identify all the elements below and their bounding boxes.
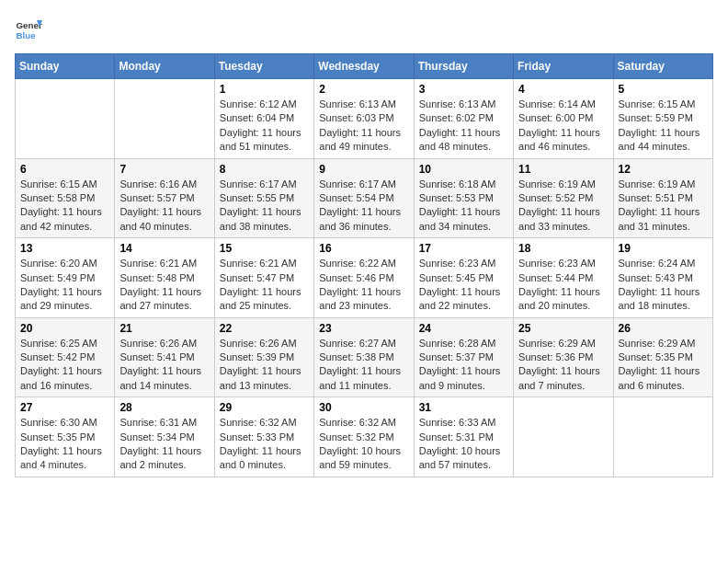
weekday-header: Saturday [613, 54, 712, 79]
calendar-cell: 18Sunrise: 6:23 AMSunset: 5:44 PMDayligh… [514, 238, 613, 318]
logo-icon: General Blue [15, 15, 42, 42]
day-number: 3 [419, 83, 508, 96]
day-info: Sunrise: 6:18 AMSunset: 5:53 PMDaylight:… [419, 178, 508, 235]
day-number: 2 [319, 83, 408, 96]
day-number: 29 [220, 401, 309, 414]
calendar-week-row: 1Sunrise: 6:12 AMSunset: 6:04 PMDaylight… [16, 79, 713, 159]
calendar-cell: 26Sunrise: 6:29 AMSunset: 5:35 PMDayligh… [613, 317, 712, 397]
calendar-cell: 16Sunrise: 6:22 AMSunset: 5:46 PMDayligh… [314, 238, 414, 318]
day-number: 12 [619, 163, 708, 176]
day-number: 21 [119, 322, 209, 335]
day-info: Sunrise: 6:15 AMSunset: 5:59 PMDaylight:… [619, 98, 708, 155]
day-info: Sunrise: 6:33 AMSunset: 5:31 PMDaylight:… [419, 416, 508, 473]
calendar-cell: 22Sunrise: 6:26 AMSunset: 5:39 PMDayligh… [214, 317, 313, 397]
calendar-cell: 3Sunrise: 6:13 AMSunset: 6:02 PMDaylight… [414, 79, 513, 159]
day-number: 19 [619, 242, 708, 255]
calendar-table: SundayMondayTuesdayWednesdayThursdayFrid… [15, 53, 713, 477]
calendar-cell: 4Sunrise: 6:14 AMSunset: 6:00 PMDaylight… [514, 79, 613, 159]
day-info: Sunrise: 6:17 AMSunset: 5:55 PMDaylight:… [220, 178, 309, 235]
day-number: 18 [518, 242, 608, 255]
calendar-cell: 17Sunrise: 6:23 AMSunset: 5:45 PMDayligh… [414, 238, 513, 318]
day-info: Sunrise: 6:32 AMSunset: 5:33 PMDaylight:… [220, 416, 309, 473]
day-number: 13 [20, 242, 109, 255]
calendar-cell: 15Sunrise: 6:21 AMSunset: 5:47 PMDayligh… [214, 238, 313, 318]
calendar-cell: 21Sunrise: 6:26 AMSunset: 5:41 PMDayligh… [115, 317, 214, 397]
calendar-cell: 20Sunrise: 6:25 AMSunset: 5:42 PMDayligh… [16, 317, 115, 397]
day-info: Sunrise: 6:32 AMSunset: 5:32 PMDaylight:… [319, 416, 408, 473]
day-info: Sunrise: 6:26 AMSunset: 5:39 PMDaylight:… [220, 337, 309, 394]
day-info: Sunrise: 6:28 AMSunset: 5:37 PMDaylight:… [419, 337, 508, 394]
day-number: 6 [20, 163, 109, 176]
calendar-week-row: 27Sunrise: 6:30 AMSunset: 5:35 PMDayligh… [16, 397, 713, 477]
day-number: 23 [319, 322, 408, 335]
day-info: Sunrise: 6:20 AMSunset: 5:49 PMDaylight:… [20, 257, 109, 314]
day-number: 25 [518, 322, 608, 335]
calendar-cell: 8Sunrise: 6:17 AMSunset: 5:55 PMDaylight… [214, 158, 313, 238]
day-info: Sunrise: 6:13 AMSunset: 6:03 PMDaylight:… [319, 98, 408, 155]
weekday-header: Monday [115, 54, 214, 79]
day-number: 9 [319, 163, 408, 176]
svg-text:Blue: Blue [17, 30, 37, 40]
day-number: 5 [619, 83, 708, 96]
day-number: 17 [419, 242, 508, 255]
calendar-cell: 12Sunrise: 6:19 AMSunset: 5:51 PMDayligh… [613, 158, 712, 238]
calendar-week-row: 13Sunrise: 6:20 AMSunset: 5:49 PMDayligh… [16, 238, 713, 318]
weekday-header: Friday [514, 54, 613, 79]
calendar-cell: 9Sunrise: 6:17 AMSunset: 5:54 PMDaylight… [314, 158, 414, 238]
day-info: Sunrise: 6:24 AMSunset: 5:43 PMDaylight:… [619, 257, 708, 314]
calendar-cell: 28Sunrise: 6:31 AMSunset: 5:34 PMDayligh… [115, 397, 214, 477]
calendar-cell: 24Sunrise: 6:28 AMSunset: 5:37 PMDayligh… [414, 317, 513, 397]
calendar-cell: 5Sunrise: 6:15 AMSunset: 5:59 PMDaylight… [613, 79, 712, 159]
day-info: Sunrise: 6:14 AMSunset: 6:00 PMDaylight:… [518, 98, 608, 155]
day-number: 27 [20, 401, 109, 414]
calendar-cell: 31Sunrise: 6:33 AMSunset: 5:31 PMDayligh… [414, 397, 513, 477]
day-info: Sunrise: 6:19 AMSunset: 5:51 PMDaylight:… [619, 178, 708, 235]
calendar-cell: 1Sunrise: 6:12 AMSunset: 6:04 PMDaylight… [214, 79, 313, 159]
calendar-cell: 25Sunrise: 6:29 AMSunset: 5:36 PMDayligh… [514, 317, 613, 397]
day-info: Sunrise: 6:21 AMSunset: 5:48 PMDaylight:… [119, 257, 209, 314]
day-info: Sunrise: 6:25 AMSunset: 5:42 PMDaylight:… [20, 337, 109, 394]
day-number: 15 [220, 242, 309, 255]
day-number: 8 [220, 163, 309, 176]
day-number: 28 [119, 401, 209, 414]
day-info: Sunrise: 6:16 AMSunset: 5:57 PMDaylight:… [119, 178, 209, 235]
calendar-week-row: 6Sunrise: 6:15 AMSunset: 5:58 PMDaylight… [16, 158, 713, 238]
calendar-cell: 23Sunrise: 6:27 AMSunset: 5:38 PMDayligh… [314, 317, 414, 397]
calendar-cell: 11Sunrise: 6:19 AMSunset: 5:52 PMDayligh… [514, 158, 613, 238]
calendar-cell [514, 397, 613, 477]
day-number: 26 [619, 322, 708, 335]
day-info: Sunrise: 6:22 AMSunset: 5:46 PMDaylight:… [319, 257, 408, 314]
day-number: 7 [119, 163, 209, 176]
calendar-header-row: SundayMondayTuesdayWednesdayThursdayFrid… [16, 54, 713, 79]
day-info: Sunrise: 6:23 AMSunset: 5:45 PMDaylight:… [419, 257, 508, 314]
day-number: 1 [220, 83, 309, 96]
weekday-header: Tuesday [214, 54, 313, 79]
day-info: Sunrise: 6:30 AMSunset: 5:35 PMDaylight:… [20, 416, 109, 473]
calendar-cell: 29Sunrise: 6:32 AMSunset: 5:33 PMDayligh… [214, 397, 313, 477]
calendar-cell: 13Sunrise: 6:20 AMSunset: 5:49 PMDayligh… [16, 238, 115, 318]
day-number: 4 [518, 83, 608, 96]
calendar-cell [16, 79, 115, 159]
day-info: Sunrise: 6:13 AMSunset: 6:02 PMDaylight:… [419, 98, 508, 155]
calendar-cell [613, 397, 712, 477]
day-info: Sunrise: 6:17 AMSunset: 5:54 PMDaylight:… [319, 178, 408, 235]
calendar-cell: 14Sunrise: 6:21 AMSunset: 5:48 PMDayligh… [115, 238, 214, 318]
calendar-cell: 7Sunrise: 6:16 AMSunset: 5:57 PMDaylight… [115, 158, 214, 238]
day-info: Sunrise: 6:27 AMSunset: 5:38 PMDaylight:… [319, 337, 408, 394]
day-info: Sunrise: 6:12 AMSunset: 6:04 PMDaylight:… [220, 98, 309, 155]
day-info: Sunrise: 6:15 AMSunset: 5:58 PMDaylight:… [20, 178, 109, 235]
weekday-header: Thursday [414, 54, 513, 79]
day-info: Sunrise: 6:23 AMSunset: 5:44 PMDaylight:… [518, 257, 608, 314]
day-number: 30 [319, 401, 408, 414]
day-info: Sunrise: 6:31 AMSunset: 5:34 PMDaylight:… [119, 416, 209, 473]
day-info: Sunrise: 6:26 AMSunset: 5:41 PMDaylight:… [119, 337, 209, 394]
day-number: 10 [419, 163, 508, 176]
page-header: General Blue [15, 15, 713, 42]
day-number: 11 [518, 163, 608, 176]
weekday-header: Sunday [16, 54, 115, 79]
calendar-week-row: 20Sunrise: 6:25 AMSunset: 5:42 PMDayligh… [16, 317, 713, 397]
day-info: Sunrise: 6:19 AMSunset: 5:52 PMDaylight:… [518, 178, 608, 235]
day-number: 22 [220, 322, 309, 335]
calendar-cell: 19Sunrise: 6:24 AMSunset: 5:43 PMDayligh… [613, 238, 712, 318]
day-number: 31 [419, 401, 508, 414]
